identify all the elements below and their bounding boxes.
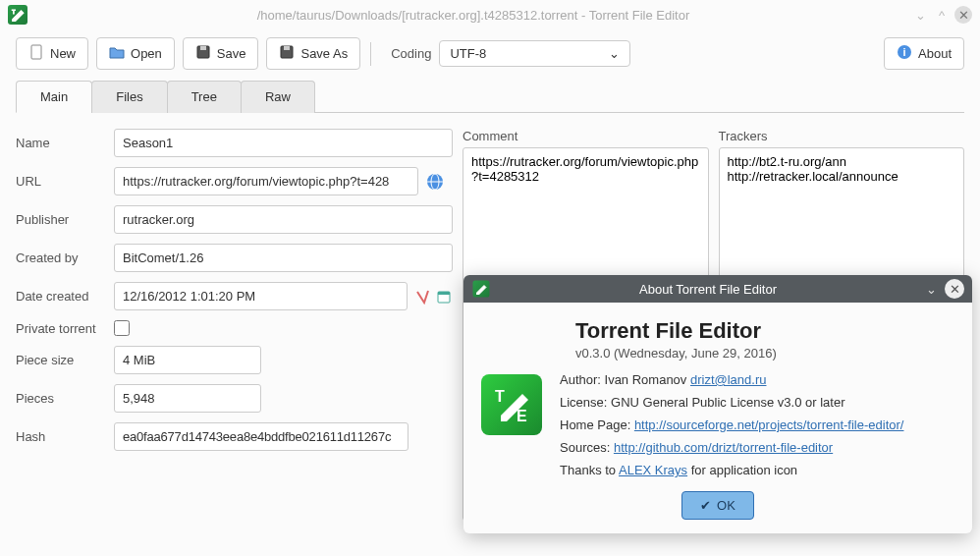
- new-label: New: [50, 46, 76, 61]
- date-label: Date created: [16, 289, 114, 304]
- created-by-input[interactable]: [114, 244, 453, 272]
- name-input[interactable]: [114, 129, 453, 157]
- piece-size-input[interactable]: [114, 346, 261, 374]
- sources-label: Sources:: [560, 440, 614, 455]
- url-input[interactable]: [114, 167, 418, 195]
- hash-input[interactable]: [114, 422, 408, 451]
- coding-label: Coding: [391, 46, 431, 61]
- created-by-label: Created by: [16, 250, 114, 265]
- tabs: Main Files Tree Raw: [16, 80, 964, 113]
- tab-raw[interactable]: Raw: [241, 81, 315, 113]
- open-button[interactable]: Open: [96, 37, 175, 70]
- about-label: About: [918, 46, 952, 61]
- private-label: Private torrent: [16, 321, 114, 336]
- save-button[interactable]: Save: [183, 37, 259, 70]
- minimize-icon[interactable]: ⌄: [911, 6, 929, 24]
- ok-button[interactable]: ✔ OK: [681, 491, 754, 520]
- new-button[interactable]: New: [16, 37, 88, 70]
- private-checkbox[interactable]: [114, 320, 130, 336]
- about-body: Torrent File Editor v0.3.0 (Wednesday, J…: [463, 303, 972, 533]
- about-minimize-icon[interactable]: ⌄: [921, 279, 941, 299]
- window-title: /home/taurus/Downloads/[rutracker.org].t…: [35, 8, 911, 23]
- calendar-icon[interactable]: [435, 288, 453, 306]
- form-column: Name URL Publisher Created by Date creat…: [16, 129, 453, 521]
- save-as-label: Save As: [300, 46, 348, 61]
- tab-files[interactable]: Files: [91, 81, 167, 113]
- file-new-icon: [28, 44, 44, 63]
- sources-link[interactable]: http://github.com/drizt/torrent-file-edi…: [614, 440, 833, 455]
- folder-open-icon: [109, 44, 125, 63]
- about-logo-icon: TE: [481, 374, 542, 435]
- save-as-icon: [279, 44, 295, 63]
- name-label: Name: [16, 136, 114, 150]
- about-title: About Torrent File Editor: [499, 282, 917, 297]
- publisher-label: Publisher: [16, 212, 114, 227]
- about-version: v0.3.0 (Wednesday, June 29, 2016): [575, 346, 954, 361]
- homepage-label: Home Page:: [560, 417, 634, 432]
- about-dialog: About Torrent File Editor ⌄ ✕ Torrent Fi…: [463, 275, 972, 533]
- ok-label: OK: [717, 498, 735, 513]
- window-controls: ⌄ ^ ✕: [911, 6, 972, 24]
- maximize-icon[interactable]: ^: [933, 6, 951, 24]
- save-as-button[interactable]: Save As: [266, 37, 360, 70]
- about-close-icon[interactable]: ✕: [945, 279, 964, 299]
- license-text: GNU General Public License v3.0 or later: [611, 395, 844, 410]
- svg-rect-1: [31, 45, 41, 59]
- date-input[interactable]: [114, 282, 408, 310]
- pieces-input[interactable]: [114, 384, 261, 413]
- svg-rect-5: [284, 46, 290, 50]
- about-titlebar: About Torrent File Editor ⌄ ✕: [463, 275, 972, 303]
- author-name: Ivan Romanov: [605, 372, 690, 387]
- comment-label: Comment: [463, 129, 709, 143]
- toolbar: New Open Save Save As Coding UTF-8 ⌄ i A…: [0, 29, 980, 80]
- homepage-link[interactable]: http://sourceforge.net/projects/torrent-…: [634, 417, 904, 432]
- author-link[interactable]: drizt@land.ru: [690, 372, 767, 387]
- clear-date-icon[interactable]: [413, 288, 431, 306]
- check-icon: ✔: [700, 498, 711, 513]
- titlebar: T /home/taurus/Downloads/[rutracker.org]…: [0, 0, 980, 29]
- svg-rect-12: [438, 292, 450, 295]
- svg-text:T: T: [495, 388, 505, 405]
- piece-size-label: Piece size: [16, 353, 114, 367]
- publisher-input[interactable]: [114, 205, 453, 234]
- chevron-down-icon: ⌄: [609, 46, 620, 61]
- tab-tree[interactable]: Tree: [167, 81, 242, 113]
- thanks-prefix: Thanks to: [560, 463, 619, 477]
- coding-value: UTF-8: [450, 46, 486, 61]
- about-info: Author: Ivan Romanov drizt@land.ru Licen…: [560, 372, 954, 485]
- app-icon: T: [8, 5, 27, 25]
- about-app-icon: [473, 281, 490, 298]
- close-icon[interactable]: ✕: [954, 6, 972, 24]
- svg-text:E: E: [517, 408, 527, 424]
- globe-icon[interactable]: [424, 171, 446, 193]
- info-icon: i: [897, 44, 912, 63]
- svg-text:i: i: [902, 46, 905, 58]
- separator: [370, 42, 371, 66]
- author-label: Author:: [560, 372, 605, 387]
- svg-rect-3: [200, 46, 206, 50]
- license-label: License:: [560, 395, 611, 410]
- hash-label: Hash: [16, 429, 114, 444]
- about-app-name: Torrent File Editor: [575, 318, 954, 344]
- thanks-link[interactable]: ALEX Krays: [619, 463, 687, 477]
- url-label: URL: [16, 174, 114, 189]
- about-button[interactable]: i About: [884, 37, 964, 70]
- thanks-suffix: for application icon: [687, 463, 797, 477]
- svg-text:T: T: [12, 9, 16, 15]
- tab-main[interactable]: Main: [16, 81, 92, 113]
- pieces-label: Pieces: [16, 391, 114, 406]
- open-label: Open: [131, 46, 162, 61]
- trackers-label: Trackers: [719, 129, 965, 143]
- save-icon: [195, 44, 211, 63]
- save-label: Save: [217, 46, 246, 61]
- coding-select[interactable]: UTF-8 ⌄: [439, 40, 630, 67]
